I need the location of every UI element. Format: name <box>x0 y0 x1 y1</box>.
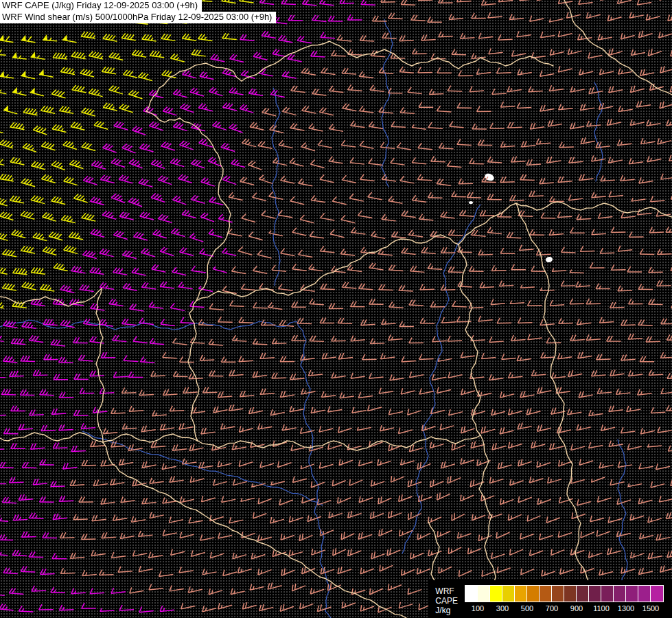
legend-tick-labels: 100300500700900110013001500 <box>465 604 664 614</box>
legend-parameter-label: CAPE <box>435 596 458 606</box>
legend-tick: 900 <box>570 604 583 613</box>
legend-color-cell <box>502 586 515 602</box>
legend-tick: 500 <box>521 604 533 613</box>
legend-color-cell <box>601 586 614 602</box>
legend-color-cell <box>465 586 478 602</box>
legend-scale: 100300500700900110013001500 <box>465 585 664 614</box>
wind-shear-title: WRF Wind shear (m/s) 500/1000hPa Friday … <box>0 12 276 23</box>
legend-unit-label: J/kg <box>435 606 458 615</box>
legend-color-cell <box>478 586 490 602</box>
legend-color-bar <box>465 585 664 602</box>
legend-color-cell <box>527 586 540 602</box>
cape-title: WRF CAPE (J/kg) Friday 12-09-2025 03:00 … <box>0 0 202 12</box>
legend-tick: 700 <box>546 604 558 613</box>
legend-color-cell <box>626 586 638 602</box>
legend-tick: 300 <box>496 604 509 613</box>
legend-color-cell <box>540 586 552 602</box>
map-canvas <box>0 0 672 618</box>
legend-color-cell <box>614 586 626 602</box>
legend-model-label: WRF <box>435 586 458 596</box>
legend-color-cell <box>638 586 651 602</box>
cape-legend: WRF CAPE J/kg 10030050070090011001300150… <box>428 580 672 618</box>
legend-tick: 1500 <box>642 604 659 613</box>
legend-color-cell <box>552 586 564 602</box>
weather-map: WRF CAPE (J/kg) Friday 12-09-2025 03:00 … <box>0 0 672 618</box>
legend-tick: 100 <box>472 604 484 613</box>
legend-tick: 1300 <box>618 604 634 613</box>
legend-color-cell <box>515 586 527 602</box>
legend-color-cell <box>651 586 663 602</box>
legend-color-cell <box>589 586 601 602</box>
legend-color-cell <box>577 586 589 602</box>
legend-meta: WRF CAPE J/kg <box>435 585 458 615</box>
legend-color-cell <box>564 586 577 602</box>
legend-color-cell <box>490 586 502 602</box>
map-title-block: WRF CAPE (J/kg) Friday 12-09-2025 03:00 … <box>0 0 276 23</box>
legend-tick: 1100 <box>593 604 610 613</box>
